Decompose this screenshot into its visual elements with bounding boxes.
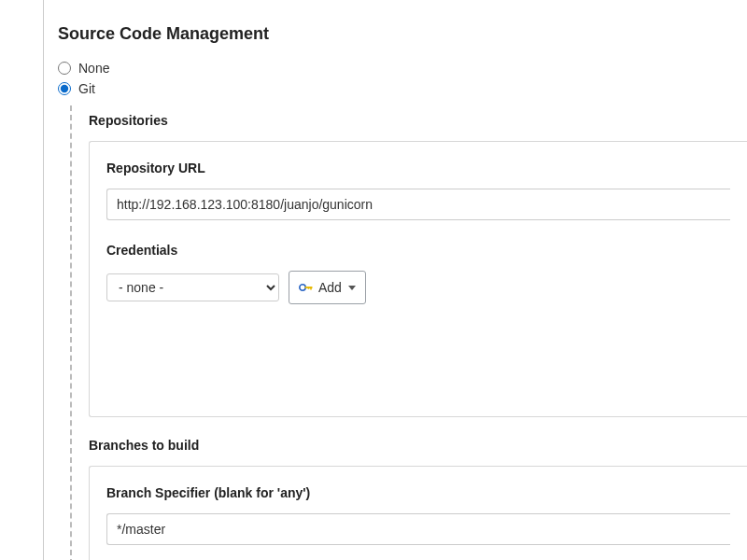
radio-none-label[interactable]: None — [78, 61, 109, 76]
branches-label: Branches to build — [89, 438, 747, 453]
radio-none[interactable] — [58, 62, 71, 75]
svg-point-0 — [300, 285, 305, 290]
branch-specifier-input[interactable] — [106, 513, 730, 545]
add-button-label: Add — [318, 280, 342, 295]
radio-git-label[interactable]: Git — [78, 81, 95, 96]
scm-option-git[interactable]: Git — [58, 81, 747, 96]
repositories-label: Repositories — [89, 113, 747, 128]
branches-panel: Branch Specifier (blank for 'any') — [89, 466, 747, 560]
radio-git[interactable] — [58, 82, 71, 95]
add-credentials-button[interactable]: Add — [289, 271, 366, 304]
repo-url-label: Repository URL — [106, 161, 730, 175]
chevron-down-icon — [348, 286, 356, 290]
scm-option-none[interactable]: None — [58, 61, 747, 76]
repositories-panel: Repository URL Credentials - none - — [89, 141, 747, 417]
credentials-label: Credentials — [106, 243, 730, 258]
repo-url-input[interactable] — [106, 189, 730, 220]
svg-rect-3 — [308, 287, 310, 289]
git-config-body: Repositories Repository URL Credentials … — [70, 102, 747, 560]
credentials-select[interactable]: - none - — [106, 273, 279, 301]
key-icon — [299, 283, 314, 292]
section-title: Source Code Management — [58, 24, 747, 44]
svg-rect-2 — [310, 287, 312, 289]
branch-specifier-label: Branch Specifier (blank for 'any') — [106, 485, 730, 500]
